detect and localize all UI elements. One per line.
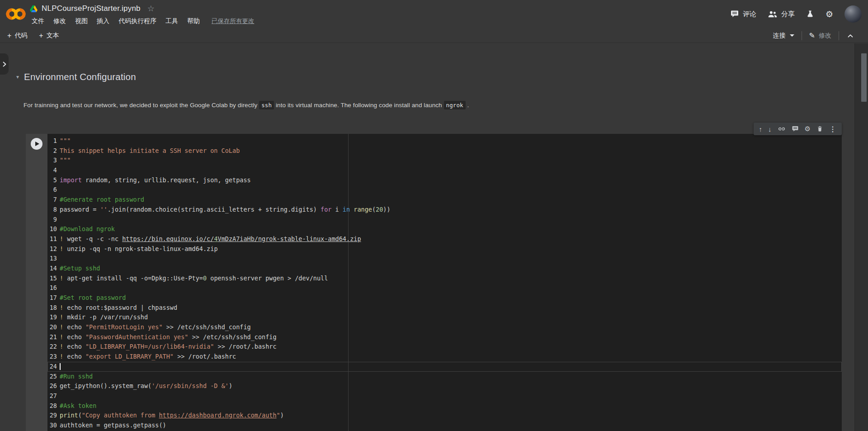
code-line[interactable]: 8password = ''.join(random.choice(string…	[47, 205, 842, 215]
code-line[interactable]: 11! wget -q -c -nc https://bin.equinox.i…	[47, 234, 842, 244]
line-number: 15	[49, 274, 57, 284]
menu-tools[interactable]: 工具	[161, 16, 183, 26]
app-header: NLPCourseProjStarter.ipynb ☆ 文件 修改 视图 插入…	[0, 0, 868, 28]
menu-help[interactable]: 帮助	[183, 16, 204, 26]
code-line[interactable]: 26get_ipython().system_raw('/usr/sbin/ss…	[47, 381, 842, 391]
colab-logo[interactable]	[5, 5, 26, 23]
line-number: 13	[49, 254, 57, 264]
code-line[interactable]: 6	[47, 185, 842, 195]
add-code-button[interactable]: + 代码	[7, 32, 27, 40]
collapse-header-button[interactable]	[846, 32, 854, 39]
code-line[interactable]: 7#Generate root password	[47, 195, 842, 205]
line-number: 2	[49, 146, 57, 156]
code-line[interactable]: 2This snippet helps initiate a SSH serve…	[47, 146, 842, 156]
add-comment-button[interactable]	[792, 125, 799, 133]
code-line[interactable]: 13	[47, 254, 842, 264]
code-line[interactable]: 9	[47, 215, 842, 225]
code-line[interactable]: 18! echo root:$password | chpasswd	[47, 303, 842, 313]
line-number: 29	[49, 411, 57, 421]
paragraph-text: into its virtual machine. The following …	[274, 102, 443, 109]
code-line[interactable]: 14#Setup sshd	[47, 264, 842, 274]
arrow-down-icon: ↓	[768, 125, 772, 133]
menu-edit[interactable]: 修改	[49, 16, 71, 26]
code-line[interactable]: 5import random, string, urllib.request, …	[47, 175, 842, 185]
code-line[interactable]: 23! echo "export LD_LIBRARY_PATH" >> /ro…	[47, 352, 842, 362]
line-number: 12	[49, 244, 57, 254]
code-line[interactable]: 24	[47, 362, 842, 372]
title-row: NLPCourseProjStarter.ipynb ☆	[30, 4, 155, 14]
code-line[interactable]: 3"""	[47, 156, 842, 166]
comment-icon	[792, 125, 799, 133]
copy-link-button[interactable]	[778, 125, 786, 133]
pencil-icon: ✎	[809, 31, 815, 40]
line-content: ! echo "PasswordAuthentication yes" >> /…	[60, 332, 277, 342]
comment-button[interactable]: 评论	[730, 9, 756, 19]
chevron-up-icon	[846, 32, 854, 39]
comment-icon	[730, 9, 739, 19]
code-line[interactable]: 29print("Copy authtoken from https://das…	[47, 411, 842, 421]
line-content: get_ipython().system_raw('/usr/sbin/sshd…	[60, 381, 232, 391]
code-line[interactable]: 1"""	[47, 136, 842, 146]
menu-bar: 文件 修改 视图 插入 代码执行程序 工具 帮助 已保存所有更改	[27, 16, 255, 26]
save-status[interactable]: 已保存所有更改	[212, 17, 255, 25]
line-content: ! apt-get install -qq -o=Dpkg::Use-Pty=0…	[60, 274, 328, 284]
scrollbar-thumb[interactable]	[861, 53, 867, 102]
code-line[interactable]: 10#Download ngrok	[47, 224, 842, 234]
code-line[interactable]: 16	[47, 283, 842, 293]
line-content	[60, 362, 61, 372]
move-cell-down-button[interactable]: ↓	[768, 125, 772, 133]
labs-button[interactable]	[806, 9, 814, 19]
divider	[839, 31, 839, 40]
share-button[interactable]: 分享	[768, 9, 795, 19]
code-line[interactable]: 4	[47, 166, 842, 175]
colab-app: NLPCourseProjStarter.ipynb ☆ 文件 修改 视图 插入…	[0, 0, 868, 431]
scrollbar-track[interactable]	[854, 43, 868, 431]
settings-button[interactable]: ⚙	[826, 9, 833, 19]
code-line[interactable]: 15! apt-get install -qq -o=Dpkg::Use-Pty…	[47, 274, 842, 284]
line-number: 19	[49, 313, 57, 322]
code-line[interactable]: 28#Ask token	[47, 401, 842, 411]
edit-label: 修改	[819, 32, 831, 40]
line-number: 22	[49, 342, 57, 352]
menu-runtime[interactable]: 代码执行程序	[114, 16, 161, 26]
inline-code-ngrok: ngrok	[444, 101, 466, 109]
code-line[interactable]: 17#Set root password	[47, 293, 842, 303]
edit-mode-button[interactable]: ✎ 修改	[809, 31, 831, 40]
code-editor[interactable]: 1"""2This snippet helps initiate a SSH s…	[47, 134, 842, 431]
connect-button[interactable]: 连接	[773, 32, 794, 40]
sidebar-expand-button[interactable]	[0, 53, 9, 75]
more-cell-actions-button[interactable]: ⋮	[829, 125, 836, 133]
line-number: 1	[49, 136, 57, 146]
code-line[interactable]: 12! unzip -qq -n ngrok-stable-linux-amd6…	[47, 244, 842, 254]
line-content: This snippet helps initiate a SSH server…	[60, 146, 240, 156]
menu-file[interactable]: 文件	[27, 16, 49, 26]
add-text-button[interactable]: + 文本	[39, 32, 59, 40]
line-content: import random, string, urllib.request, j…	[60, 175, 251, 185]
menu-view[interactable]: 视图	[71, 16, 92, 26]
section-heading-row: ▾ Environment Configuration	[16, 71, 136, 82]
code-line[interactable]: 20! echo "PermitRootLogin yes" >> /etc/s…	[47, 322, 842, 332]
code-line[interactable]: 30authtoken = getpass.getpass()	[47, 421, 842, 431]
code-line[interactable]: 22! echo "LD_LIBRARY_PATH=/usr/lib64-nvi…	[47, 342, 842, 352]
people-icon	[768, 9, 778, 19]
delete-cell-button[interactable]	[816, 125, 823, 133]
share-label: 分享	[781, 10, 795, 19]
star-icon[interactable]: ☆	[147, 4, 155, 14]
header-actions: 评论 分享 ⚙	[730, 0, 862, 28]
comment-label: 评论	[743, 10, 756, 19]
code-line[interactable]: 27	[47, 391, 842, 401]
line-number: 18	[49, 303, 57, 313]
code-line[interactable]: 21! echo "PasswordAuthentication yes" >>…	[47, 332, 842, 342]
avatar[interactable]	[844, 5, 862, 23]
menu-insert[interactable]: 插入	[92, 16, 114, 26]
line-number: 10	[49, 224, 57, 234]
line-number: 28	[49, 401, 57, 411]
paragraph-text: .	[466, 102, 469, 109]
run-cell-button[interactable]	[31, 138, 42, 150]
cell-settings-button[interactable]: ⚙	[805, 125, 811, 133]
code-line[interactable]: 19! mkdir -p /var/run/sshd	[47, 313, 842, 322]
section-collapse-icon[interactable]: ▾	[16, 74, 19, 80]
code-line[interactable]: 25#Run sshd	[47, 372, 842, 382]
move-cell-up-button[interactable]: ↑	[759, 125, 763, 133]
notebook-title[interactable]: NLPCourseProjStarter.ipynb	[42, 4, 141, 13]
